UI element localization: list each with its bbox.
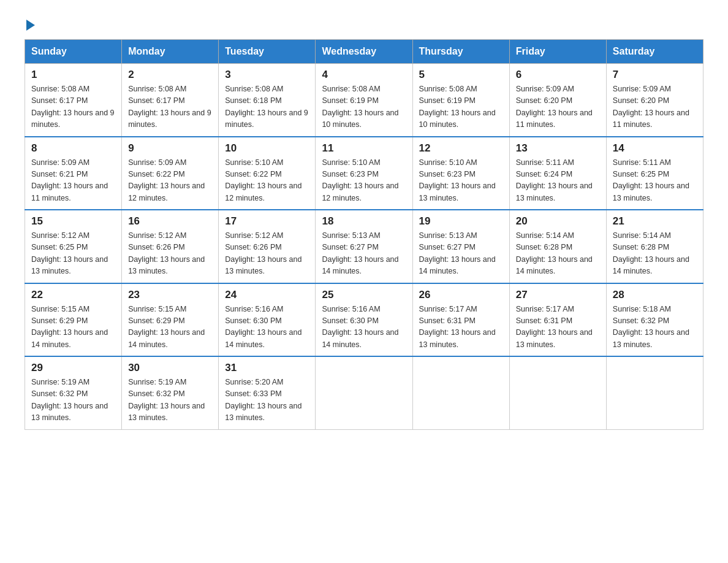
day-number: 14: [613, 142, 697, 155]
day-number: 3: [225, 69, 309, 81]
logo-arrow-icon: [26, 20, 35, 31]
calendar-week-row: 22 Sunrise: 5:15 AMSunset: 6:29 PMDaylig…: [25, 283, 703, 357]
calendar-cell: [606, 356, 703, 429]
day-info: Sunrise: 5:17 AMSunset: 6:31 PMDaylight:…: [516, 305, 593, 349]
day-info: Sunrise: 5:19 AMSunset: 6:32 PMDaylight:…: [128, 378, 205, 422]
day-info: Sunrise: 5:08 AMSunset: 6:17 PMDaylight:…: [128, 85, 211, 129]
day-of-week-header: Saturday: [606, 40, 703, 64]
day-info: Sunrise: 5:09 AMSunset: 6:20 PMDaylight:…: [516, 85, 593, 129]
day-info: Sunrise: 5:20 AMSunset: 6:33 PMDaylight:…: [225, 378, 301, 422]
day-of-week-header: Sunday: [25, 40, 122, 64]
calendar-cell: [509, 356, 606, 429]
day-number: 16: [128, 215, 212, 228]
day-number: 17: [225, 215, 309, 228]
day-number: 5: [419, 69, 503, 81]
day-info: Sunrise: 5:14 AMSunset: 6:28 PMDaylight:…: [613, 231, 689, 275]
day-info: Sunrise: 5:10 AMSunset: 6:23 PMDaylight:…: [419, 158, 496, 202]
calendar-cell: 13 Sunrise: 5:11 AMSunset: 6:24 PMDaylig…: [509, 137, 606, 210]
day-info: Sunrise: 5:12 AMSunset: 6:25 PMDaylight:…: [31, 231, 108, 275]
calendar-cell: 17 Sunrise: 5:12 AMSunset: 6:26 PMDaylig…: [219, 210, 316, 283]
day-number: 29: [31, 362, 115, 374]
calendar-cell: 20 Sunrise: 5:14 AMSunset: 6:28 PMDaylig…: [509, 210, 606, 283]
day-number: 12: [419, 142, 503, 155]
calendar-table: SundayMondayTuesdayWednesdayThursdayFrid…: [25, 39, 703, 430]
calendar-cell: 12 Sunrise: 5:10 AMSunset: 6:23 PMDaylig…: [412, 137, 509, 210]
day-number: 4: [322, 69, 406, 81]
calendar-cell: 22 Sunrise: 5:15 AMSunset: 6:29 PMDaylig…: [25, 283, 122, 357]
day-of-week-header: Tuesday: [219, 40, 316, 64]
calendar-week-row: 29 Sunrise: 5:19 AMSunset: 6:32 PMDaylig…: [25, 356, 703, 429]
day-info: Sunrise: 5:11 AMSunset: 6:25 PMDaylight:…: [613, 158, 689, 202]
day-info: Sunrise: 5:08 AMSunset: 6:18 PMDaylight:…: [225, 85, 308, 129]
day-number: 27: [516, 289, 600, 301]
day-number: 15: [31, 215, 115, 228]
calendar-cell: 19 Sunrise: 5:13 AMSunset: 6:27 PMDaylig…: [412, 210, 509, 283]
day-number: 19: [419, 215, 503, 228]
day-info: Sunrise: 5:11 AMSunset: 6:24 PMDaylight:…: [516, 158, 593, 202]
calendar-cell: 16 Sunrise: 5:12 AMSunset: 6:26 PMDaylig…: [122, 210, 219, 283]
calendar-cell: 9 Sunrise: 5:09 AMSunset: 6:22 PMDayligh…: [122, 137, 219, 210]
day-number: 6: [516, 69, 600, 81]
day-info: Sunrise: 5:14 AMSunset: 6:28 PMDaylight:…: [516, 231, 593, 275]
day-number: 7: [613, 69, 697, 81]
calendar-cell: 11 Sunrise: 5:10 AMSunset: 6:23 PMDaylig…: [316, 137, 412, 210]
day-info: Sunrise: 5:09 AMSunset: 6:20 PMDaylight:…: [613, 85, 689, 129]
logo: [25, 18, 35, 28]
day-of-week-header: Monday: [122, 40, 219, 64]
calendar-cell: 15 Sunrise: 5:12 AMSunset: 6:25 PMDaylig…: [25, 210, 122, 283]
day-info: Sunrise: 5:12 AMSunset: 6:26 PMDaylight:…: [128, 231, 205, 275]
calendar-cell: 31 Sunrise: 5:20 AMSunset: 6:33 PMDaylig…: [219, 356, 316, 429]
day-info: Sunrise: 5:10 AMSunset: 6:23 PMDaylight:…: [322, 158, 398, 202]
day-info: Sunrise: 5:12 AMSunset: 6:26 PMDaylight:…: [225, 231, 301, 275]
day-number: 24: [225, 289, 309, 301]
calendar-cell: 1 Sunrise: 5:08 AMSunset: 6:17 PMDayligh…: [25, 64, 122, 137]
calendar-cell: 23 Sunrise: 5:15 AMSunset: 6:29 PMDaylig…: [122, 283, 219, 357]
calendar-week-row: 15 Sunrise: 5:12 AMSunset: 6:25 PMDaylig…: [25, 210, 703, 283]
day-info: Sunrise: 5:08 AMSunset: 6:19 PMDaylight:…: [322, 85, 398, 129]
day-number: 2: [128, 69, 212, 81]
day-of-week-header: Friday: [509, 40, 606, 64]
calendar-cell: 30 Sunrise: 5:19 AMSunset: 6:32 PMDaylig…: [122, 356, 219, 429]
day-info: Sunrise: 5:13 AMSunset: 6:27 PMDaylight:…: [419, 231, 496, 275]
calendar-cell: 29 Sunrise: 5:19 AMSunset: 6:32 PMDaylig…: [25, 356, 122, 429]
day-number: 26: [419, 289, 503, 301]
day-info: Sunrise: 5:09 AMSunset: 6:22 PMDaylight:…: [128, 158, 205, 202]
day-number: 30: [128, 362, 212, 374]
day-number: 18: [322, 215, 406, 228]
day-info: Sunrise: 5:08 AMSunset: 6:19 PMDaylight:…: [419, 85, 496, 129]
calendar-cell: 2 Sunrise: 5:08 AMSunset: 6:17 PMDayligh…: [122, 64, 219, 137]
day-number: 21: [613, 215, 697, 228]
calendar-cell: 10 Sunrise: 5:10 AMSunset: 6:22 PMDaylig…: [219, 137, 316, 210]
day-info: Sunrise: 5:10 AMSunset: 6:22 PMDaylight:…: [225, 158, 301, 202]
day-number: 8: [31, 142, 115, 155]
calendar-week-row: 8 Sunrise: 5:09 AMSunset: 6:21 PMDayligh…: [25, 137, 703, 210]
calendar-cell: 28 Sunrise: 5:18 AMSunset: 6:32 PMDaylig…: [606, 283, 703, 357]
day-number: 20: [516, 215, 600, 228]
day-number: 25: [322, 289, 406, 301]
logo-icon: [25, 18, 35, 28]
day-info: Sunrise: 5:09 AMSunset: 6:21 PMDaylight:…: [31, 158, 108, 202]
calendar-cell: 4 Sunrise: 5:08 AMSunset: 6:19 PMDayligh…: [316, 64, 412, 137]
calendar-cell: [412, 356, 509, 429]
calendar-week-row: 1 Sunrise: 5:08 AMSunset: 6:17 PMDayligh…: [25, 64, 703, 137]
calendar-cell: 3 Sunrise: 5:08 AMSunset: 6:18 PMDayligh…: [219, 64, 316, 137]
calendar-cell: 21 Sunrise: 5:14 AMSunset: 6:28 PMDaylig…: [606, 210, 703, 283]
calendar-cell: 25 Sunrise: 5:16 AMSunset: 6:30 PMDaylig…: [316, 283, 412, 357]
calendar-cell: 18 Sunrise: 5:13 AMSunset: 6:27 PMDaylig…: [316, 210, 412, 283]
page-header: [25, 18, 703, 28]
calendar-header-row: SundayMondayTuesdayWednesdayThursdayFrid…: [25, 40, 703, 64]
calendar-cell: 24 Sunrise: 5:16 AMSunset: 6:30 PMDaylig…: [219, 283, 316, 357]
day-info: Sunrise: 5:08 AMSunset: 6:17 PMDaylight:…: [31, 85, 115, 129]
day-number: 10: [225, 142, 309, 155]
calendar-cell: 6 Sunrise: 5:09 AMSunset: 6:20 PMDayligh…: [509, 64, 606, 137]
day-info: Sunrise: 5:16 AMSunset: 6:30 PMDaylight:…: [322, 305, 398, 349]
day-number: 13: [516, 142, 600, 155]
day-number: 31: [225, 362, 309, 374]
day-number: 11: [322, 142, 406, 155]
calendar-cell: 27 Sunrise: 5:17 AMSunset: 6:31 PMDaylig…: [509, 283, 606, 357]
day-info: Sunrise: 5:17 AMSunset: 6:31 PMDaylight:…: [419, 305, 496, 349]
day-of-week-header: Wednesday: [316, 40, 412, 64]
day-info: Sunrise: 5:18 AMSunset: 6:32 PMDaylight:…: [613, 305, 689, 349]
calendar-cell: 26 Sunrise: 5:17 AMSunset: 6:31 PMDaylig…: [412, 283, 509, 357]
day-info: Sunrise: 5:15 AMSunset: 6:29 PMDaylight:…: [31, 305, 108, 349]
